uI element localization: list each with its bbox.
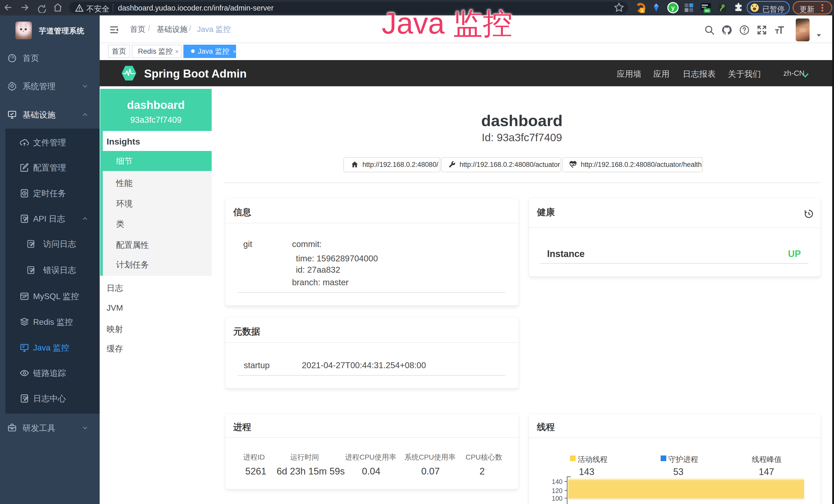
svg-text:on: on bbox=[705, 8, 709, 13]
svg-text:1: 1 bbox=[641, 8, 643, 13]
svg-text:y: y bbox=[671, 4, 675, 11]
